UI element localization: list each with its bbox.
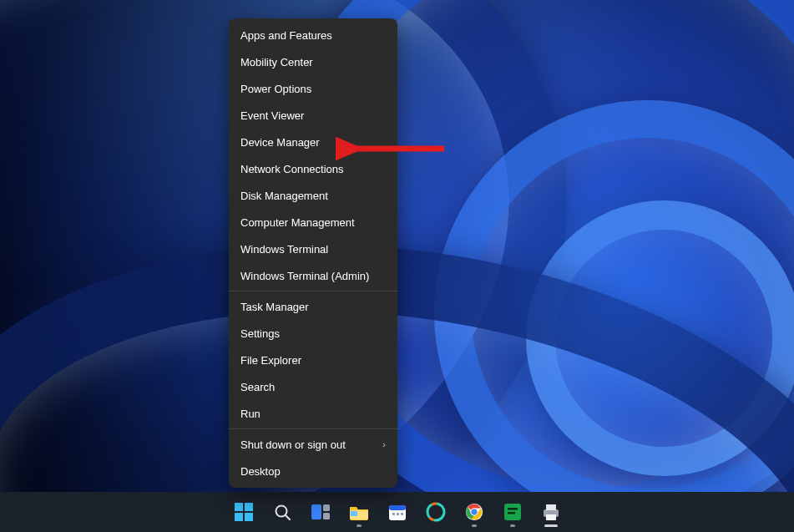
menu-item-file-explorer[interactable]: File Explorer	[229, 347, 397, 373]
svg-rect-28	[546, 514, 556, 520]
svg-rect-17	[401, 513, 403, 515]
printer-icon	[541, 503, 561, 521]
menu-item-label: Windows Terminal	[240, 243, 328, 256]
search-button[interactable]	[266, 495, 299, 529]
menu-item-label: Search	[240, 381, 275, 393]
svg-line-7	[286, 515, 290, 519]
svg-rect-14	[389, 505, 406, 510]
dev-app-icon	[503, 503, 522, 521]
menu-item-label: Windows Terminal (Admin)	[240, 270, 369, 282]
calendar-icon	[388, 503, 407, 521]
menu-item-windows-terminal[interactable]: Windows Terminal	[229, 236, 397, 262]
menu-item-apps-features[interactable]: Apps and Features	[229, 22, 397, 48]
svg-rect-2	[235, 503, 243, 511]
menu-item-label: Disk Management	[240, 190, 328, 202]
menu-item-label: Shut down or sign out	[240, 438, 346, 451]
search-icon	[273, 503, 291, 521]
svg-rect-24	[508, 508, 518, 510]
taskbar	[0, 492, 794, 532]
menu-item-label: Run	[240, 408, 260, 420]
svg-rect-8	[311, 504, 321, 519]
menu-item-run[interactable]: Run	[229, 400, 397, 427]
menu-item-label: Settings	[240, 327, 280, 340]
menu-separator	[229, 291, 397, 291]
menu-item-search[interactable]: Search	[229, 373, 397, 400]
svg-rect-25	[508, 512, 515, 514]
svg-rect-9	[323, 504, 330, 511]
menu-item-label: Desktop	[240, 465, 281, 478]
menu-item-network-connections[interactable]: Network Connections	[229, 155, 397, 182]
menu-item-shut-down[interactable]: Shut down or sign out›	[229, 431, 397, 458]
folder-icon	[349, 504, 369, 520]
start-button[interactable]	[227, 495, 260, 529]
gnu-octave-button[interactable]	[419, 495, 453, 529]
menu-item-desktop[interactable]: Desktop	[229, 458, 397, 484]
svg-rect-3	[245, 503, 253, 511]
menu-item-label: Computer Management	[240, 216, 355, 229]
chrome-button[interactable]	[458, 495, 491, 529]
menu-item-mobility-center[interactable]: Mobility Center	[229, 48, 397, 75]
menu-item-label: Power Options	[240, 83, 311, 95]
calendar-button[interactable]	[381, 495, 414, 529]
octave-icon	[426, 502, 446, 522]
menu-item-label: Event Viewer	[240, 109, 304, 122]
svg-rect-12	[351, 511, 357, 516]
file-explorer-button[interactable]	[342, 495, 376, 529]
menu-item-label: Network Connections	[240, 163, 344, 175]
menu-item-disk-management[interactable]: Disk Management	[229, 182, 397, 209]
task-view-icon	[311, 504, 331, 520]
windows-logo-icon	[235, 503, 253, 521]
menu-item-computer-management[interactable]: Computer Management	[229, 209, 397, 236]
menu-item-device-manager[interactable]: Device Manager	[229, 129, 397, 155]
menu-separator	[229, 428, 397, 429]
menu-item-settings[interactable]: Settings	[229, 320, 397, 347]
dev-app-button[interactable]	[496, 495, 529, 529]
chrome-icon	[465, 503, 483, 521]
menu-item-power-options[interactable]: Power Options	[229, 75, 397, 102]
svg-rect-5	[245, 513, 253, 521]
desktop-wallpaper[interactable]: Apps and FeaturesMobility CenterPower Op…	[0, 0, 794, 532]
menu-item-label: Task Manager	[240, 301, 309, 313]
svg-rect-16	[397, 513, 399, 515]
chevron-right-icon: ›	[382, 439, 386, 449]
menu-item-task-manager[interactable]: Task Manager	[229, 293, 397, 320]
menu-item-label: File Explorer	[240, 354, 301, 367]
task-view-button[interactable]	[304, 495, 337, 529]
svg-rect-10	[323, 513, 330, 519]
menu-item-label: Device Manager	[240, 136, 320, 149]
svg-rect-15	[392, 513, 395, 515]
menu-item-label: Apps and Features	[240, 29, 332, 42]
winx-context-menu: Apps and FeaturesMobility CenterPower Op…	[229, 18, 397, 488]
menu-item-event-viewer[interactable]: Event Viewer	[229, 102, 397, 129]
devices-printers-button[interactable]	[534, 495, 568, 529]
svg-rect-27	[546, 504, 556, 510]
menu-item-windows-terminal-admin[interactable]: Windows Terminal (Admin)	[229, 262, 397, 289]
menu-item-label: Mobility Center	[240, 56, 313, 68]
svg-rect-4	[235, 513, 243, 521]
